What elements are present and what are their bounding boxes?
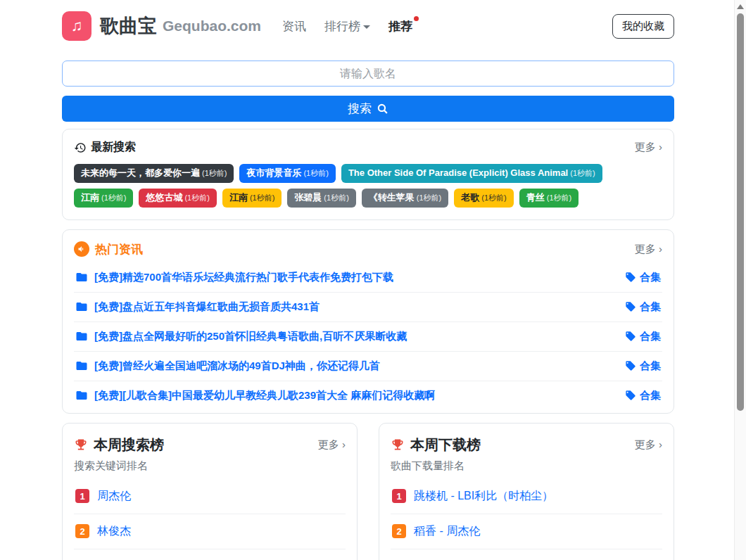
collection-tag-label: 合集 — [640, 359, 661, 373]
folder-icon — [75, 271, 88, 284]
nav-item-news[interactable]: 资讯 — [282, 18, 306, 34]
page-container: ♫ 歌曲宝 Gequbao.com 资讯 排行榜 推荐 我的收藏 搜索 最新搜索… — [62, 10, 674, 560]
search-input[interactable] — [62, 61, 674, 87]
rank-badge: 2 — [392, 524, 406, 538]
rank-cards-row: 本周搜索榜 更多 › 搜索关键词排名 1 周杰伦 2 林俊杰 — [62, 423, 674, 560]
collection-tag-label: 合集 — [640, 300, 661, 314]
latest-search-more-link[interactable]: 更多 › — [635, 141, 662, 154]
collection-tag-label: 合集 — [640, 271, 661, 284]
search-tag[interactable]: 张碧晨(1秒前) — [287, 189, 355, 208]
search-tag[interactable]: 夜市背景音乐(1秒前) — [239, 164, 335, 183]
weekly-search-subtitle: 搜索关键词排名 — [74, 459, 346, 473]
weekly-search-more-link[interactable]: 更多 › — [318, 438, 346, 452]
collection-tag[interactable]: 合集 — [625, 300, 661, 314]
news-row[interactable]: [免费][儿歌合集]中国最爱幼儿早教经典儿歌239首大全 麻麻们记得收藏啊 合集 — [74, 381, 662, 410]
folder-icon — [75, 359, 88, 372]
rank-badge: 1 — [75, 489, 89, 503]
hot-news-more-link[interactable]: 更多 › — [635, 243, 662, 256]
tag-icon — [625, 390, 636, 401]
search-tag-time: (1秒前) — [101, 193, 126, 202]
search-tag-time: (1秒前) — [250, 193, 274, 202]
latest-search-title: 最新搜索 — [74, 140, 136, 155]
search-tag[interactable]: 青丝(1秒前) — [519, 189, 579, 208]
hot-news-header: 热门资讯 更多 › — [74, 241, 662, 257]
search-tag[interactable]: 未来的每一天，都多爱你一遍(1秒前) — [74, 164, 234, 183]
weekly-search-title: 本周搜索榜 — [74, 435, 164, 454]
rank-badge: 2 — [75, 524, 89, 538]
search-tag-time: (1秒前) — [547, 193, 571, 202]
search-tag[interactable]: 《转生苹果(1秒前) — [362, 189, 448, 208]
search-tag-label: 张碧晨 — [294, 192, 322, 203]
weekly-search-header: 本周搜索榜 更多 › — [74, 435, 346, 454]
nav-item-recommend[interactable]: 推荐 — [388, 18, 412, 34]
rank-label: 稻香 - 周杰伦 — [414, 524, 480, 539]
collection-tag[interactable]: 合集 — [625, 359, 661, 373]
news-link: [免费]盘点全网最好听的250首怀旧经典粤语歌曲,百听不厌果断收藏 — [94, 330, 407, 343]
my-favorites-button[interactable]: 我的收藏 — [612, 14, 674, 39]
news-link: [免费]盘点近五年抖音爆红歌曲无损音质共431首 — [94, 300, 320, 314]
tag-icon — [625, 301, 636, 312]
collection-tag[interactable]: 合集 — [625, 271, 661, 284]
news-row[interactable]: [免费]精选700首华语乐坛经典流行热门歌手代表作免费打包下载 合集 — [74, 263, 662, 293]
hot-news-card: 热门资讯 更多 › [免费]精选700首华语乐坛经典流行热门歌手代表作免费打包下… — [62, 229, 674, 414]
rank-item[interactable]: 1 周杰伦 — [74, 479, 346, 514]
search-tag-label: 青丝 — [526, 192, 545, 203]
scrollbar[interactable] — [734, 0, 746, 560]
folder-icon — [75, 300, 88, 313]
search-icon — [377, 103, 388, 115]
tag-icon — [625, 272, 636, 283]
main-nav: 资讯 排行榜 推荐 — [282, 18, 412, 34]
rank-item[interactable]: 1 跳楼机 - LBI利比（时柏尘） — [391, 479, 662, 514]
search-tag[interactable]: 悠悠古城(1秒前) — [139, 189, 216, 208]
search-tag[interactable]: 江南(1秒前) — [74, 189, 133, 208]
rank-label: 周杰伦 — [97, 489, 131, 504]
weekly-download-subtitle: 歌曲下载量排名 — [391, 459, 662, 473]
folder-icon — [75, 389, 88, 402]
search-tag-time: (1秒前) — [417, 193, 441, 202]
weekly-download-list: 1 跳楼机 - LBI利比（时柏尘） 2 稻香 - 周杰伦 — [391, 479, 662, 549]
collection-tag-label: 合集 — [640, 389, 661, 402]
site-logo[interactable]: ♫ — [62, 11, 91, 41]
weekly-search-card: 本周搜索榜 更多 › 搜索关键词排名 1 周杰伦 2 林俊杰 — [62, 423, 358, 560]
rank-label: 跳楼机 - LBI利比（时柏尘） — [414, 489, 553, 504]
search-tag-time: (1秒前) — [184, 193, 209, 202]
weekly-search-list: 1 周杰伦 2 林俊杰 — [74, 479, 346, 549]
search-tag-label: 江南 — [229, 192, 248, 203]
history-icon — [74, 141, 87, 154]
search-tag[interactable]: The Other Side Of Paradise (Explicit) Gl… — [341, 164, 602, 183]
collection-tag-label: 合集 — [640, 330, 661, 343]
search-tag[interactable]: 老歌(1秒前) — [454, 189, 513, 208]
rank-item[interactable]: 2 稻香 - 周杰伦 — [391, 514, 662, 549]
collection-tag[interactable]: 合集 — [625, 389, 661, 402]
news-row[interactable]: [免费]盘点近五年抖音爆红歌曲无损音质共431首 合集 — [74, 293, 662, 322]
nav-item-rankings[interactable]: 排行榜 — [324, 18, 370, 34]
latest-search-tags: 未来的每一天，都多爱你一遍(1秒前) 夜市背景音乐(1秒前) The Other… — [74, 164, 662, 208]
scrollbar-up-arrow[interactable] — [737, 4, 744, 9]
news-row[interactable]: [免费]曾经火遍全国迪吧溜冰场的49首DJ神曲，你还记得几首 合集 — [74, 352, 662, 381]
latest-search-header: 最新搜索 更多 › — [74, 140, 662, 155]
weekly-download-more-link[interactable]: 更多 › — [635, 438, 662, 452]
search-tag-time: (1秒前) — [570, 169, 595, 177]
trophy-icon — [74, 438, 88, 452]
folder-icon — [75, 330, 88, 343]
rank-label: 林俊杰 — [97, 524, 131, 539]
site-name[interactable]: 歌曲宝 — [100, 13, 157, 39]
scrollbar-thumb[interactable] — [737, 13, 744, 411]
collection-tag[interactable]: 合集 — [625, 330, 661, 343]
search-tag-label: 老歌 — [461, 192, 479, 203]
hot-news-list: [免费]精选700首华语乐坛经典流行热门歌手代表作免费打包下载 合集 [免费]盘… — [74, 263, 662, 410]
music-note-icon: ♫ — [71, 18, 83, 34]
weekly-download-card: 本周下载榜 更多 › 歌曲下载量排名 1 跳楼机 - LBI利比（时柏尘） 2 … — [379, 423, 674, 560]
search-tag-time: (1秒前) — [324, 193, 348, 202]
notification-dot — [414, 16, 419, 21]
latest-search-card: 最新搜索 更多 › 未来的每一天，都多爱你一遍(1秒前) 夜市背景音乐(1秒前)… — [62, 129, 674, 220]
search-tag[interactable]: 江南(1秒前) — [222, 189, 282, 208]
search-tag-label: 夜市背景音乐 — [246, 167, 301, 178]
news-row[interactable]: [免费]盘点全网最好听的250首怀旧经典粤语歌曲,百听不厌果断收藏 合集 — [74, 322, 662, 352]
rank-item[interactable]: 2 林俊杰 — [74, 514, 346, 549]
search-button[interactable]: 搜索 — [62, 96, 674, 122]
search-tag-time: (1秒前) — [481, 193, 506, 202]
search-tag-label: The Other Side Of Paradise (Explicit) Gl… — [348, 167, 568, 178]
chevron-down-icon — [363, 25, 370, 29]
site-domain: Gequbao.com — [163, 18, 261, 34]
